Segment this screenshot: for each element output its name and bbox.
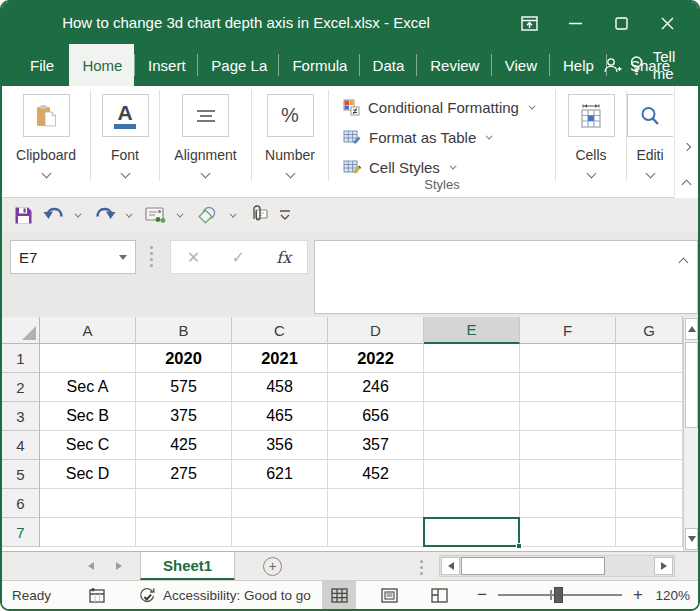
vertical-scrollbar[interactable] xyxy=(683,317,698,551)
cell-e6[interactable] xyxy=(424,489,520,518)
previous-sheet-icon[interactable] xyxy=(88,562,94,570)
zoom-slider-thumb[interactable] xyxy=(554,587,563,603)
cell-f3[interactable] xyxy=(520,402,616,431)
scroll-up-button[interactable] xyxy=(685,318,698,340)
cell-g7[interactable] xyxy=(616,518,683,547)
zoom-out-button[interactable]: − xyxy=(474,585,490,605)
tab-view[interactable]: View xyxy=(492,44,549,86)
ribbon-group-number[interactable]: %Number xyxy=(252,86,328,197)
cell-g2[interactable] xyxy=(616,373,683,402)
name-box-dropdown-icon[interactable] xyxy=(119,255,127,260)
select-all-button[interactable] xyxy=(2,317,40,344)
ribbon-group-font[interactable]: AFont xyxy=(91,86,159,197)
cell-e3[interactable] xyxy=(424,402,520,431)
dropdown-chevron-icon[interactable] xyxy=(126,210,133,217)
scroll-left-button[interactable] xyxy=(441,557,460,575)
cell-b6[interactable] xyxy=(136,489,232,518)
cell-c5[interactable]: 621 xyxy=(232,460,328,489)
dropdown-chevron-icon[interactable] xyxy=(230,210,237,217)
cell-a3[interactable]: Sec B xyxy=(40,402,136,431)
row-header-6[interactable]: 6 xyxy=(2,489,40,518)
cell-d2[interactable]: 246 xyxy=(328,373,424,402)
attachment-button[interactable] xyxy=(249,205,269,225)
horizontal-scrollbar-thumb[interactable] xyxy=(461,557,605,575)
column-header-d[interactable]: D xyxy=(328,317,424,344)
normal-view-button[interactable] xyxy=(322,581,356,609)
active-cell-selection[interactable] xyxy=(423,517,520,547)
cell-c7[interactable] xyxy=(232,518,328,547)
vertical-scrollbar-thumb[interactable] xyxy=(685,342,698,428)
cell-g6[interactable] xyxy=(616,489,683,518)
cell-d6[interactable] xyxy=(328,489,424,518)
name-box[interactable]: E7 xyxy=(10,240,136,274)
cell-f2[interactable] xyxy=(520,373,616,402)
formula-input[interactable] xyxy=(314,240,698,314)
tab-formula[interactable]: Formula xyxy=(279,44,358,86)
redo-button[interactable] xyxy=(94,207,116,223)
zoom-in-button[interactable]: + xyxy=(630,585,646,605)
cell-c2[interactable]: 458 xyxy=(232,373,328,402)
cancel-icon[interactable]: ✕ xyxy=(187,248,200,267)
cell-d7[interactable] xyxy=(328,518,424,547)
tab-review[interactable]: Review xyxy=(417,44,491,86)
cell-b1[interactable]: 2020 xyxy=(136,344,232,373)
ribbon-group-clipboard[interactable]: Clipboard xyxy=(2,86,90,197)
cell-a4[interactable]: Sec C xyxy=(40,431,136,460)
cell-g1[interactable] xyxy=(616,344,683,373)
ribbon-group-editi[interactable]: Editi xyxy=(627,86,673,197)
ribbon-scroll-right-icon[interactable] xyxy=(682,143,690,151)
cell-c1[interactable]: 2021 xyxy=(232,344,328,373)
close-button[interactable] xyxy=(644,2,690,44)
cell-e2[interactable] xyxy=(424,373,520,402)
cell-c4[interactable]: 356 xyxy=(232,431,328,460)
tab-file[interactable]: File xyxy=(14,44,69,86)
tab-page-la[interactable]: Page La xyxy=(198,44,278,86)
cell-a1[interactable] xyxy=(40,344,136,373)
enter-icon[interactable]: ✓ xyxy=(232,248,245,267)
collapse-formula-bar-icon[interactable] xyxy=(679,258,689,268)
dropdown-chevron-icon[interactable] xyxy=(177,210,184,217)
zoom-level[interactable]: 120% xyxy=(648,588,690,603)
cell-d1[interactable]: 2022 xyxy=(328,344,424,373)
macro-record-icon[interactable] xyxy=(89,588,106,603)
cell-b7[interactable] xyxy=(136,518,232,547)
dropdown-chevron-icon[interactable] xyxy=(75,210,82,217)
cell-f6[interactable] xyxy=(520,489,616,518)
column-header-a[interactable]: A xyxy=(40,317,136,344)
ribbon-display-options-button[interactable] xyxy=(506,2,552,44)
cell-d3[interactable]: 656 xyxy=(328,402,424,431)
row-header-3[interactable]: 3 xyxy=(2,402,40,431)
collapse-ribbon-icon[interactable] xyxy=(682,180,692,190)
column-header-g[interactable]: G xyxy=(616,317,683,344)
cell-e5[interactable] xyxy=(424,460,520,489)
ribbon-group-cells[interactable]: Cells xyxy=(556,86,626,197)
tab-data[interactable]: Data xyxy=(360,44,417,86)
cell-e1[interactable] xyxy=(424,344,520,373)
cell-a6[interactable] xyxy=(40,489,136,518)
scroll-right-button[interactable] xyxy=(654,557,673,575)
tab-help[interactable]: Help xyxy=(550,44,606,86)
accessibility-status[interactable]: Accessibility: Good to go xyxy=(138,587,311,604)
cell-a2[interactable]: Sec A xyxy=(40,373,136,402)
row-header-7[interactable]: 7 xyxy=(2,518,40,547)
cell-b4[interactable]: 425 xyxy=(136,431,232,460)
cell-c3[interactable]: 465 xyxy=(232,402,328,431)
tab-insert[interactable]: Insert xyxy=(135,44,197,86)
maximize-button[interactable] xyxy=(598,2,644,44)
button-format-as-table[interactable]: Format as Table xyxy=(343,122,555,152)
share-button[interactable]: Share xyxy=(603,44,670,86)
column-header-c[interactable]: C xyxy=(232,317,328,344)
formula-bar-drag-handle[interactable] xyxy=(150,246,154,267)
insert-function-icon[interactable]: fx xyxy=(276,248,291,267)
cell-a5[interactable]: Sec D xyxy=(40,460,136,489)
row-header-4[interactable]: 4 xyxy=(2,431,40,460)
more-commands-button[interactable] xyxy=(279,208,291,222)
cell-d4[interactable]: 357 xyxy=(328,431,424,460)
button-conditional-formatting[interactable]: Conditional Formatting xyxy=(343,92,555,122)
row-header-1[interactable]: 1 xyxy=(2,344,40,373)
save-button[interactable] xyxy=(14,206,33,225)
horizontal-scrollbar[interactable] xyxy=(439,555,675,577)
column-header-e[interactable]: E xyxy=(424,317,520,344)
scroll-down-button[interactable] xyxy=(685,528,698,550)
column-header-f[interactable]: F xyxy=(520,317,616,344)
